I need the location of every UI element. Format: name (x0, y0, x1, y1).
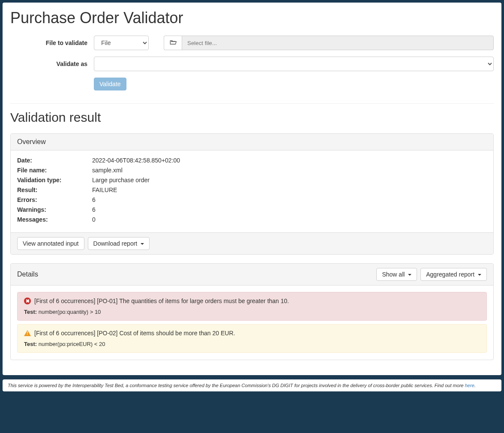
overview-result-value: FAILURE (92, 186, 117, 193)
caret-down-icon (141, 243, 144, 245)
footer-link[interactable]: here (465, 383, 474, 388)
download-report-button[interactable]: Download report (88, 237, 150, 250)
overview-panel: Overview Date: 2022-04-06T08:42:58.850+0… (10, 133, 494, 255)
footer-text: This service is powered by the Interoper… (8, 383, 465, 388)
overview-date-value: 2022-04-06T08:42:58.850+02:00 (92, 157, 180, 164)
validate-button[interactable]: Validate (94, 78, 126, 90)
validate-as-label: Validate as (10, 60, 94, 67)
test-expression: number(po:quantity) > 10 (39, 309, 101, 315)
overview-warnings-value: 6 (92, 206, 96, 213)
page-title: Purchase Order Validator (10, 9, 494, 27)
overview-warnings-label: Warnings: (17, 206, 92, 213)
folder-open-icon (170, 39, 177, 47)
file-type-select[interactable]: File (94, 36, 149, 50)
overview-errors-label: Errors: (17, 196, 92, 203)
overview-messages-label: Messages: (17, 216, 92, 223)
error-icon: ✖ (24, 298, 31, 304)
test-expression: number(po:priceEUR) < 20 (39, 341, 105, 347)
aggregated-report-button[interactable]: Aggregated report (420, 268, 487, 281)
details-panel: Details Show all Aggregated report ✖ [Fi… (10, 263, 494, 360)
divider (10, 103, 494, 104)
overview-title: Overview (11, 134, 493, 150)
overview-date-label: Date: (17, 157, 92, 164)
warning-icon (24, 330, 31, 336)
overview-messages-value: 0 (92, 216, 96, 223)
validation-result-heading: Validation result (10, 110, 494, 125)
overview-type-value: Large purchase order (92, 177, 150, 183)
test-label: Test: (24, 341, 37, 347)
footer-period: . (474, 383, 476, 388)
caret-down-icon (408, 274, 411, 276)
browse-file-button[interactable] (164, 36, 182, 50)
warning-message: [First of 6 occurrences] [PO-02] Cost of… (34, 330, 235, 337)
error-message: [First of 6 occurrences] [PO-01] The qua… (34, 298, 289, 304)
file-input[interactable] (182, 36, 494, 50)
overview-filename-label: File name: (17, 167, 92, 174)
overview-type-label: Validation type: (17, 177, 92, 183)
footer: This service is powered by the Interoper… (3, 379, 501, 391)
validate-as-select[interactable] (94, 57, 494, 71)
download-report-label: Download report (93, 240, 138, 247)
view-annotated-input-button[interactable]: View annotated input (17, 237, 84, 250)
overview-result-label: Result: (17, 186, 92, 193)
test-label: Test: (24, 309, 37, 315)
error-item[interactable]: ✖ [First of 6 occurrences] [PO-01] The q… (17, 292, 487, 321)
overview-filename-value: sample.xml (92, 167, 123, 174)
show-all-button[interactable]: Show all (376, 268, 417, 281)
aggregated-report-label: Aggregated report (426, 271, 474, 278)
caret-down-icon (478, 274, 481, 276)
show-all-label: Show all (382, 271, 405, 278)
details-title: Details (17, 271, 38, 278)
warning-item[interactable]: [First of 6 occurrences] [PO-02] Cost of… (17, 324, 487, 353)
file-to-validate-label: File to validate (10, 39, 94, 46)
overview-errors-value: 6 (92, 196, 96, 203)
